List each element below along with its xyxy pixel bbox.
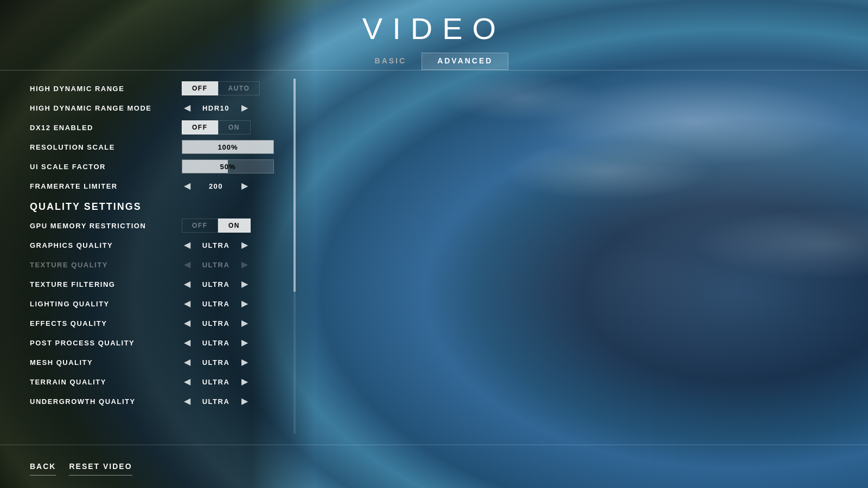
setting-gpu-memory: GPU MEMORY RESTRICTION OFF ON bbox=[30, 216, 296, 235]
value-graphics-quality: ULTRA bbox=[197, 241, 235, 249]
setting-graphics-quality: GRAPHICS QUALITY ◀ ULTRA ▶ bbox=[30, 235, 296, 255]
scroll-thumb[interactable] bbox=[293, 79, 296, 292]
label-undergrowth-quality: UNDERGROWTH QUALITY bbox=[30, 397, 182, 406]
arrow-graphics-quality: ◀ ULTRA ▶ bbox=[182, 241, 250, 249]
setting-terrain-quality: TERRAIN QUALITY ◀ ULTRA ▶ bbox=[30, 372, 296, 391]
label-gpu-memory: GPU MEMORY RESTRICTION bbox=[30, 222, 182, 230]
value-terrain-quality: ULTRA bbox=[197, 378, 235, 386]
label-resolution-scale: RESOLUTION SCALE bbox=[30, 143, 182, 151]
label-graphics-quality: GRAPHICS QUALITY bbox=[30, 241, 182, 249]
arrow-right-effects[interactable]: ▶ bbox=[239, 319, 250, 328]
setting-mesh-quality: MESH QUALITY ◀ ULTRA ▶ bbox=[30, 352, 296, 372]
arrow-right-terrain[interactable]: ▶ bbox=[239, 377, 250, 386]
arrow-left-mesh[interactable]: ◀ bbox=[182, 358, 193, 367]
label-texture-quality: TEXTURE QUALITY bbox=[30, 261, 182, 269]
arrow-right-texture-filtering[interactable]: ▶ bbox=[239, 280, 250, 288]
page-title: VIDEO bbox=[0, 11, 868, 46]
reset-video-button[interactable]: RESET VIDEO bbox=[69, 458, 132, 476]
back-button[interactable]: BACK bbox=[30, 458, 56, 476]
setting-hdr-mode: HIGH DYNAMIC RANGE MODE ◀ HDR10 ▶ bbox=[30, 98, 296, 118]
label-hdr-mode: HIGH DYNAMIC RANGE MODE bbox=[30, 104, 182, 112]
arrow-mesh-quality: ◀ ULTRA ▶ bbox=[182, 358, 250, 367]
toggle-gpu-memory: OFF ON bbox=[182, 219, 251, 233]
tab-advanced[interactable]: ADVANCED bbox=[422, 53, 508, 70]
slider-resolution-scale[interactable]: 100% bbox=[182, 140, 274, 154]
setting-high-dynamic-range: HIGH DYNAMIC RANGE OFF AUTO bbox=[30, 79, 296, 98]
setting-texture-filtering: TEXTURE FILTERING ◀ ULTRA ▶ bbox=[30, 274, 296, 294]
value-texture-filtering: ULTRA bbox=[197, 280, 235, 288]
setting-ui-scale: UI SCALE FACTOR 50% bbox=[30, 157, 296, 176]
toggle-auto-hdr[interactable]: AUTO bbox=[218, 81, 260, 95]
arrow-right-lighting[interactable]: ▶ bbox=[239, 299, 250, 308]
bottom-bar: BACK RESET VIDEO bbox=[0, 445, 868, 488]
toggle-dx12: OFF ON bbox=[182, 120, 251, 134]
toggle-high-dynamic-range: OFF AUTO bbox=[182, 81, 260, 95]
label-effects-quality: EFFECTS QUALITY bbox=[30, 319, 182, 328]
setting-framerate-limiter: FRAMERATE LIMITER ◀ 200 ▶ bbox=[30, 176, 296, 196]
value-post-process: ULTRA bbox=[197, 339, 235, 347]
label-dx12: DX12 ENABLED bbox=[30, 124, 182, 132]
arrow-framerate: ◀ 200 ▶ bbox=[182, 182, 250, 190]
arrow-right-mesh[interactable]: ▶ bbox=[239, 358, 250, 367]
value-texture-quality: ULTRA bbox=[197, 261, 235, 269]
arrow-post-process: ◀ ULTRA ▶ bbox=[182, 338, 250, 347]
setting-resolution-scale: RESOLUTION SCALE 100% bbox=[30, 137, 296, 157]
toggle-on-gpu[interactable]: ON bbox=[218, 219, 251, 233]
arrow-left-terrain[interactable]: ◀ bbox=[182, 377, 193, 386]
arrow-right-post-process[interactable]: ▶ bbox=[239, 338, 250, 347]
label-texture-filtering: TEXTURE FILTERING bbox=[30, 280, 182, 288]
label-post-process: POST PROCESS QUALITY bbox=[30, 339, 182, 347]
slider-value-ui: 50% bbox=[220, 163, 235, 171]
arrow-terrain-quality: ◀ ULTRA ▶ bbox=[182, 377, 250, 386]
arrow-right-texture-quality[interactable]: ▶ bbox=[239, 260, 250, 269]
tab-divider bbox=[0, 70, 868, 70]
arrow-texture-quality: ◀ ULTRA ▶ bbox=[182, 260, 250, 269]
arrow-left-lighting[interactable]: ◀ bbox=[182, 299, 193, 308]
toggle-off-dx12[interactable]: OFF bbox=[182, 120, 218, 134]
value-effects-quality: ULTRA bbox=[197, 319, 235, 328]
scroll-indicator bbox=[293, 79, 296, 434]
arrow-left-texture-filtering[interactable]: ◀ bbox=[182, 280, 193, 288]
value-undergrowth-quality: ULTRA bbox=[197, 397, 235, 406]
setting-texture-quality: TEXTURE QUALITY ◀ ULTRA ▶ bbox=[30, 255, 296, 274]
arrow-right-graphics[interactable]: ▶ bbox=[239, 241, 250, 249]
label-terrain-quality: TERRAIN QUALITY bbox=[30, 378, 182, 386]
tab-bar: BASIC ADVANCED bbox=[0, 53, 868, 70]
label-lighting-quality: LIGHTING QUALITY bbox=[30, 300, 182, 308]
header: VIDEO BASIC ADVANCED bbox=[0, 0, 868, 70]
value-hdr-mode: HDR10 bbox=[197, 104, 235, 112]
setting-undergrowth-quality: UNDERGROWTH QUALITY ◀ ULTRA ▶ bbox=[30, 391, 296, 411]
value-framerate: 200 bbox=[197, 182, 235, 190]
arrow-left-framerate[interactable]: ◀ bbox=[182, 182, 193, 190]
value-lighting-quality: ULTRA bbox=[197, 300, 235, 308]
label-ui-scale: UI SCALE FACTOR bbox=[30, 163, 182, 171]
arrow-undergrowth-quality: ◀ ULTRA ▶ bbox=[182, 397, 250, 406]
arrow-texture-filtering: ◀ ULTRA ▶ bbox=[182, 280, 250, 288]
label-mesh-quality: MESH QUALITY bbox=[30, 358, 182, 367]
section-quality-settings: QUALITY SETTINGS bbox=[30, 201, 296, 213]
arrow-effects-quality: ◀ ULTRA ▶ bbox=[182, 319, 250, 328]
arrow-right-undergrowth[interactable]: ▶ bbox=[239, 397, 250, 406]
arrow-right-hdr-mode[interactable]: ▶ bbox=[239, 104, 250, 112]
arrow-left-effects[interactable]: ◀ bbox=[182, 319, 193, 328]
slider-value-resolution: 100% bbox=[218, 143, 238, 151]
label-high-dynamic-range: HIGH DYNAMIC RANGE bbox=[30, 85, 182, 93]
tab-basic[interactable]: BASIC bbox=[360, 53, 422, 70]
setting-post-process: POST PROCESS QUALITY ◀ ULTRA ▶ bbox=[30, 333, 296, 352]
slider-ui-scale[interactable]: 50% bbox=[182, 159, 274, 174]
setting-dx12: DX12 ENABLED OFF ON bbox=[30, 118, 296, 137]
arrow-left-undergrowth[interactable]: ◀ bbox=[182, 397, 193, 406]
toggle-off-gpu[interactable]: OFF bbox=[182, 219, 218, 233]
settings-panel: HIGH DYNAMIC RANGE OFF AUTO HIGH DYNAMIC… bbox=[30, 79, 296, 434]
label-framerate-limiter: FRAMERATE LIMITER bbox=[30, 182, 182, 190]
arrow-left-post-process[interactable]: ◀ bbox=[182, 338, 193, 347]
arrow-right-framerate[interactable]: ▶ bbox=[239, 182, 250, 190]
arrow-left-texture-quality[interactable]: ◀ bbox=[182, 260, 193, 269]
arrow-left-hdr-mode[interactable]: ◀ bbox=[182, 104, 193, 112]
setting-lighting-quality: LIGHTING QUALITY ◀ ULTRA ▶ bbox=[30, 294, 296, 313]
value-mesh-quality: ULTRA bbox=[197, 358, 235, 367]
arrow-left-graphics[interactable]: ◀ bbox=[182, 241, 193, 249]
toggle-on-dx12[interactable]: ON bbox=[218, 120, 251, 134]
toggle-off-hdr[interactable]: OFF bbox=[182, 81, 218, 95]
arrow-lighting-quality: ◀ ULTRA ▶ bbox=[182, 299, 250, 308]
